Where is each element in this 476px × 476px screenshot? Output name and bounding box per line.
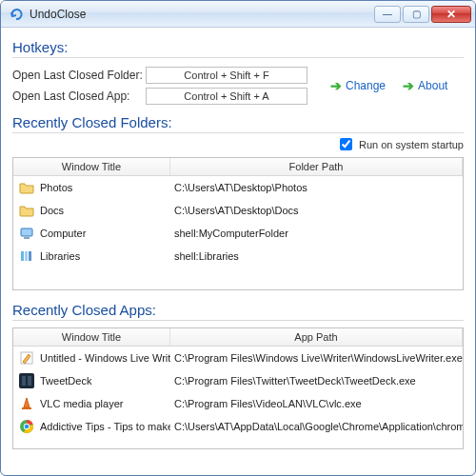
folders-list[interactable]: Window Title Folder Path PhotosC:\Users\… xyxy=(12,157,464,290)
writer-icon xyxy=(19,350,34,366)
change-link-label: Change xyxy=(346,79,386,92)
computer-icon xyxy=(19,226,34,241)
row-path: C:\Users\AT\Desktop\Photos xyxy=(170,182,463,193)
row-path: C:\Program Files\Windows Live\Writer\Win… xyxy=(170,352,463,364)
hotkey-app-input[interactable]: Control + Shift + A xyxy=(146,88,307,105)
svg-rect-4 xyxy=(29,251,31,261)
app-window: UndoClose — ▢ ✕ Hotkeys: Open Last Close… xyxy=(0,0,476,476)
row-title: Computer xyxy=(40,228,86,239)
svg-rect-1 xyxy=(24,237,30,239)
hotkey-folder-input[interactable]: Control + Shift + F xyxy=(146,67,307,84)
titlebar[interactable]: UndoClose — ▢ ✕ xyxy=(1,1,475,28)
row-path: C:\Users\AT\Desktop\Docs xyxy=(170,205,463,216)
row-title: VLC media player xyxy=(40,398,123,409)
row-path: shell:MyComputerFolder xyxy=(170,228,463,239)
window-title: UndoClose xyxy=(30,8,374,21)
col-window-title[interactable]: Window Title xyxy=(13,328,170,346)
svg-rect-0 xyxy=(21,228,32,236)
table-row[interactable]: Addictive Tips - Tips to make yC:\Users\… xyxy=(13,415,463,438)
content-area: Hotkeys: Open Last Closed Folder: Contro… xyxy=(1,28,475,475)
table-row[interactable]: TweetDeckC:\Program Files\Twitter\TweetD… xyxy=(13,369,463,392)
tweetdeck-icon xyxy=(19,373,34,388)
table-row[interactable]: Untitled - Windows Live WriterC:\Program… xyxy=(13,347,463,369)
window-buttons: — ▢ ✕ xyxy=(374,6,471,23)
svg-rect-8 xyxy=(28,376,31,386)
svg-rect-7 xyxy=(22,376,26,386)
folders-heading: Recently Closed Folders: xyxy=(12,114,464,133)
table-row[interactable]: DocsC:\Users\AT\Desktop\Docs xyxy=(13,199,463,222)
folder-icon xyxy=(19,180,34,195)
svg-rect-9 xyxy=(22,407,31,409)
table-row[interactable]: Computershell:MyComputerFolder xyxy=(13,222,463,245)
chrome-icon xyxy=(19,419,34,434)
libraries-icon xyxy=(19,248,34,264)
hotkeys-heading: Hotkeys: xyxy=(12,39,464,58)
row-path: C:\Users\AT\AppData\Local\Google\Chrome\… xyxy=(170,421,463,432)
maximize-button[interactable]: ▢ xyxy=(403,6,429,23)
run-startup-checkbox[interactable] xyxy=(340,138,352,150)
svg-rect-6 xyxy=(19,373,34,388)
row-title: TweetDeck xyxy=(40,375,91,387)
about-link-label: About xyxy=(418,79,447,92)
about-link[interactable]: ➔ About xyxy=(403,78,447,93)
hotkey-folder-label: Open Last Closed Folder: xyxy=(12,69,146,82)
folder-icon xyxy=(19,203,34,218)
svg-rect-3 xyxy=(25,251,28,261)
row-path: shell:Libraries xyxy=(170,250,463,262)
folders-header[interactable]: Window Title Folder Path xyxy=(13,158,463,176)
row-title: Addictive Tips - Tips to make y xyxy=(40,421,170,432)
row-title: Docs xyxy=(40,205,64,216)
hotkey-app-label: Open Last Closed App: xyxy=(12,89,146,103)
run-startup-label: Run on system startup xyxy=(359,139,464,150)
row-title: Photos xyxy=(40,182,72,193)
col-window-title[interactable]: Window Title xyxy=(13,158,170,175)
table-row[interactable]: VLC media playerC:\Program Files\VideoLA… xyxy=(13,392,463,415)
change-link[interactable]: ➔ Change xyxy=(330,78,386,93)
row-title: Libraries xyxy=(40,250,80,262)
hotkeys-panel: Open Last Closed Folder: Control + Shift… xyxy=(12,65,464,107)
minimize-button[interactable]: — xyxy=(374,6,401,23)
apps-header[interactable]: Window Title App Path xyxy=(13,328,463,347)
row-title: Untitled - Windows Live Writer xyxy=(40,352,170,364)
col-app-path[interactable]: App Path xyxy=(170,328,463,346)
table-row[interactable]: Librariesshell:Libraries xyxy=(13,245,463,268)
table-row[interactable]: PhotosC:\Users\AT\Desktop\Photos xyxy=(13,176,463,199)
col-folder-path[interactable]: Folder Path xyxy=(170,158,463,175)
row-path: C:\Program Files\Twitter\TweetDeck\Tweet… xyxy=(170,375,463,387)
svg-rect-2 xyxy=(21,251,24,261)
row-path: C:\Program Files\VideoLAN\VLC\vlc.exe xyxy=(170,398,463,409)
svg-point-12 xyxy=(25,425,30,429)
close-button[interactable]: ✕ xyxy=(431,6,471,23)
app-icon xyxy=(9,7,24,22)
apps-heading: Recently Closed Apps: xyxy=(12,302,464,321)
arrow-icon: ➔ xyxy=(330,78,342,93)
arrow-icon: ➔ xyxy=(403,78,414,93)
apps-list[interactable]: Window Title App Path Untitled - Windows… xyxy=(12,327,464,449)
vlc-icon xyxy=(19,396,34,411)
